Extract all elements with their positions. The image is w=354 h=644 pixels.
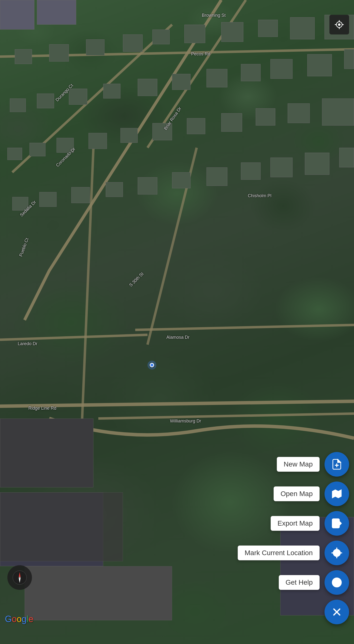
- export-map-row: Export Map: [271, 511, 349, 536]
- get-help-row: Get Help: [279, 570, 349, 595]
- compass-button[interactable]: [7, 565, 32, 590]
- fab-menu: New Map Open Map Export Map: [238, 452, 349, 624]
- export-map-label: Export Map: [271, 516, 320, 531]
- new-map-label: New Map: [277, 457, 320, 472]
- mark-location-label: Mark Current Location: [238, 546, 320, 560]
- open-map-row: Open Map: [274, 482, 349, 506]
- open-map-label: Open Map: [274, 486, 320, 501]
- mark-location-row: Mark Current Location: [238, 540, 349, 565]
- export-map-button[interactable]: [325, 511, 349, 536]
- svg-point-8: [333, 550, 340, 556]
- map-container: Browning St Pecos Rd Durango Ct Briar Ro…: [0, 0, 354, 644]
- get-help-button[interactable]: [325, 570, 349, 595]
- location-dot: [148, 361, 156, 370]
- svg-point-0: [338, 24, 341, 26]
- gps-button[interactable]: [330, 15, 349, 34]
- svg-point-10: [336, 585, 337, 586]
- svg-point-5: [19, 577, 20, 578]
- fab-close-button[interactable]: [325, 600, 349, 624]
- new-map-button[interactable]: [325, 452, 349, 476]
- get-help-label: Get Help: [279, 575, 320, 590]
- mark-location-button[interactable]: [325, 540, 349, 565]
- open-map-button[interactable]: [325, 482, 349, 506]
- new-map-row: New Map: [277, 452, 349, 476]
- google-logo: Google: [5, 614, 33, 624]
